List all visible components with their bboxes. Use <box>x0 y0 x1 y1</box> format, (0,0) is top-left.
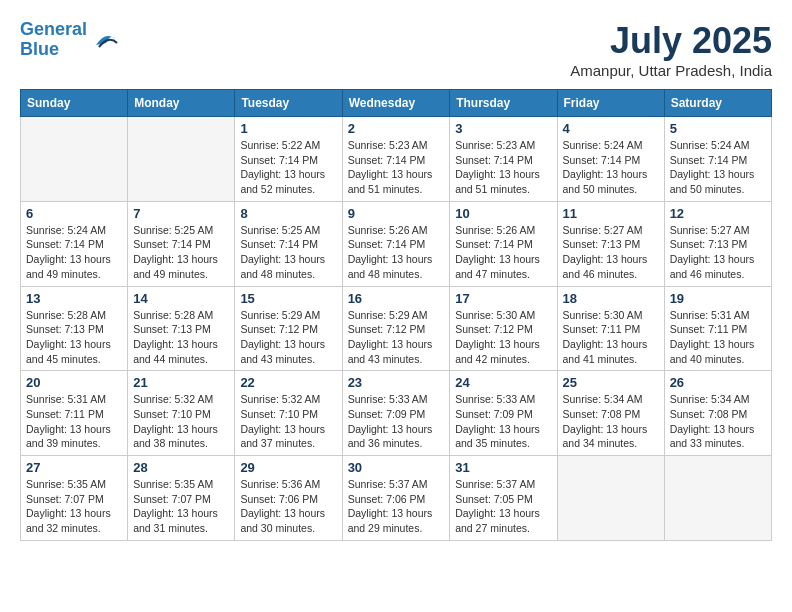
table-row: 7Sunrise: 5:25 AM Sunset: 7:14 PM Daylig… <box>128 201 235 286</box>
day-info: Sunrise: 5:37 AM Sunset: 7:06 PM Dayligh… <box>348 477 445 536</box>
page-header: General Blue July 2025 Amanpur, Uttar Pr… <box>20 20 772 79</box>
day-info: Sunrise: 5:24 AM Sunset: 7:14 PM Dayligh… <box>26 223 122 282</box>
table-row: 18Sunrise: 5:30 AM Sunset: 7:11 PM Dayli… <box>557 286 664 371</box>
table-row: 31Sunrise: 5:37 AM Sunset: 7:05 PM Dayli… <box>450 456 557 541</box>
day-number: 7 <box>133 206 229 221</box>
table-row: 22Sunrise: 5:32 AM Sunset: 7:10 PM Dayli… <box>235 371 342 456</box>
table-row: 4Sunrise: 5:24 AM Sunset: 7:14 PM Daylig… <box>557 117 664 202</box>
calendar-week-row: 1Sunrise: 5:22 AM Sunset: 7:14 PM Daylig… <box>21 117 772 202</box>
table-row: 28Sunrise: 5:35 AM Sunset: 7:07 PM Dayli… <box>128 456 235 541</box>
day-info: Sunrise: 5:26 AM Sunset: 7:14 PM Dayligh… <box>348 223 445 282</box>
day-number: 8 <box>240 206 336 221</box>
day-info: Sunrise: 5:24 AM Sunset: 7:14 PM Dayligh… <box>670 138 766 197</box>
table-row: 29Sunrise: 5:36 AM Sunset: 7:06 PM Dayli… <box>235 456 342 541</box>
header-sunday: Sunday <box>21 90 128 117</box>
header-thursday: Thursday <box>450 90 557 117</box>
table-row: 25Sunrise: 5:34 AM Sunset: 7:08 PM Dayli… <box>557 371 664 456</box>
header-tuesday: Tuesday <box>235 90 342 117</box>
day-info: Sunrise: 5:33 AM Sunset: 7:09 PM Dayligh… <box>348 392 445 451</box>
day-number: 13 <box>26 291 122 306</box>
day-number: 5 <box>670 121 766 136</box>
day-info: Sunrise: 5:23 AM Sunset: 7:14 PM Dayligh… <box>348 138 445 197</box>
calendar-week-row: 27Sunrise: 5:35 AM Sunset: 7:07 PM Dayli… <box>21 456 772 541</box>
day-info: Sunrise: 5:30 AM Sunset: 7:12 PM Dayligh… <box>455 308 551 367</box>
day-number: 16 <box>348 291 445 306</box>
day-number: 15 <box>240 291 336 306</box>
location-subtitle: Amanpur, Uttar Pradesh, India <box>570 62 772 79</box>
day-number: 30 <box>348 460 445 475</box>
day-number: 10 <box>455 206 551 221</box>
day-info: Sunrise: 5:31 AM Sunset: 7:11 PM Dayligh… <box>26 392 122 451</box>
table-row: 11Sunrise: 5:27 AM Sunset: 7:13 PM Dayli… <box>557 201 664 286</box>
title-block: July 2025 Amanpur, Uttar Pradesh, India <box>570 20 772 79</box>
day-number: 4 <box>563 121 659 136</box>
day-info: Sunrise: 5:28 AM Sunset: 7:13 PM Dayligh… <box>26 308 122 367</box>
table-row: 21Sunrise: 5:32 AM Sunset: 7:10 PM Dayli… <box>128 371 235 456</box>
day-info: Sunrise: 5:32 AM Sunset: 7:10 PM Dayligh… <box>240 392 336 451</box>
table-row: 16Sunrise: 5:29 AM Sunset: 7:12 PM Dayli… <box>342 286 450 371</box>
table-row: 20Sunrise: 5:31 AM Sunset: 7:11 PM Dayli… <box>21 371 128 456</box>
table-row: 27Sunrise: 5:35 AM Sunset: 7:07 PM Dayli… <box>21 456 128 541</box>
logo: General Blue <box>20 20 121 60</box>
day-info: Sunrise: 5:25 AM Sunset: 7:14 PM Dayligh… <box>240 223 336 282</box>
table-row: 19Sunrise: 5:31 AM Sunset: 7:11 PM Dayli… <box>664 286 771 371</box>
day-number: 12 <box>670 206 766 221</box>
table-row <box>664 456 771 541</box>
day-info: Sunrise: 5:28 AM Sunset: 7:13 PM Dayligh… <box>133 308 229 367</box>
table-row: 8Sunrise: 5:25 AM Sunset: 7:14 PM Daylig… <box>235 201 342 286</box>
month-title: July 2025 <box>570 20 772 62</box>
day-number: 31 <box>455 460 551 475</box>
header-saturday: Saturday <box>664 90 771 117</box>
day-info: Sunrise: 5:35 AM Sunset: 7:07 PM Dayligh… <box>26 477 122 536</box>
day-info: Sunrise: 5:26 AM Sunset: 7:14 PM Dayligh… <box>455 223 551 282</box>
calendar-week-row: 13Sunrise: 5:28 AM Sunset: 7:13 PM Dayli… <box>21 286 772 371</box>
table-row <box>21 117 128 202</box>
day-info: Sunrise: 5:27 AM Sunset: 7:13 PM Dayligh… <box>670 223 766 282</box>
day-number: 21 <box>133 375 229 390</box>
day-number: 23 <box>348 375 445 390</box>
day-number: 26 <box>670 375 766 390</box>
table-row: 26Sunrise: 5:34 AM Sunset: 7:08 PM Dayli… <box>664 371 771 456</box>
day-number: 27 <box>26 460 122 475</box>
day-number: 9 <box>348 206 445 221</box>
table-row: 14Sunrise: 5:28 AM Sunset: 7:13 PM Dayli… <box>128 286 235 371</box>
day-number: 3 <box>455 121 551 136</box>
header-monday: Monday <box>128 90 235 117</box>
day-info: Sunrise: 5:29 AM Sunset: 7:12 PM Dayligh… <box>348 308 445 367</box>
calendar-header-row: Sunday Monday Tuesday Wednesday Thursday… <box>21 90 772 117</box>
day-number: 29 <box>240 460 336 475</box>
calendar-table: Sunday Monday Tuesday Wednesday Thursday… <box>20 89 772 541</box>
day-number: 20 <box>26 375 122 390</box>
table-row: 13Sunrise: 5:28 AM Sunset: 7:13 PM Dayli… <box>21 286 128 371</box>
day-number: 2 <box>348 121 445 136</box>
logo-general: General <box>20 19 87 39</box>
day-info: Sunrise: 5:25 AM Sunset: 7:14 PM Dayligh… <box>133 223 229 282</box>
day-info: Sunrise: 5:35 AM Sunset: 7:07 PM Dayligh… <box>133 477 229 536</box>
day-number: 18 <box>563 291 659 306</box>
table-row: 1Sunrise: 5:22 AM Sunset: 7:14 PM Daylig… <box>235 117 342 202</box>
table-row <box>128 117 235 202</box>
table-row: 6Sunrise: 5:24 AM Sunset: 7:14 PM Daylig… <box>21 201 128 286</box>
logo-icon <box>91 25 121 55</box>
day-info: Sunrise: 5:37 AM Sunset: 7:05 PM Dayligh… <box>455 477 551 536</box>
day-number: 14 <box>133 291 229 306</box>
day-info: Sunrise: 5:31 AM Sunset: 7:11 PM Dayligh… <box>670 308 766 367</box>
day-number: 17 <box>455 291 551 306</box>
day-info: Sunrise: 5:30 AM Sunset: 7:11 PM Dayligh… <box>563 308 659 367</box>
table-row: 2Sunrise: 5:23 AM Sunset: 7:14 PM Daylig… <box>342 117 450 202</box>
day-info: Sunrise: 5:33 AM Sunset: 7:09 PM Dayligh… <box>455 392 551 451</box>
table-row: 3Sunrise: 5:23 AM Sunset: 7:14 PM Daylig… <box>450 117 557 202</box>
table-row: 10Sunrise: 5:26 AM Sunset: 7:14 PM Dayli… <box>450 201 557 286</box>
table-row: 24Sunrise: 5:33 AM Sunset: 7:09 PM Dayli… <box>450 371 557 456</box>
day-info: Sunrise: 5:24 AM Sunset: 7:14 PM Dayligh… <box>563 138 659 197</box>
day-number: 1 <box>240 121 336 136</box>
day-number: 22 <box>240 375 336 390</box>
day-number: 19 <box>670 291 766 306</box>
table-row: 23Sunrise: 5:33 AM Sunset: 7:09 PM Dayli… <box>342 371 450 456</box>
day-info: Sunrise: 5:27 AM Sunset: 7:13 PM Dayligh… <box>563 223 659 282</box>
day-info: Sunrise: 5:29 AM Sunset: 7:12 PM Dayligh… <box>240 308 336 367</box>
table-row: 30Sunrise: 5:37 AM Sunset: 7:06 PM Dayli… <box>342 456 450 541</box>
table-row: 9Sunrise: 5:26 AM Sunset: 7:14 PM Daylig… <box>342 201 450 286</box>
table-row: 15Sunrise: 5:29 AM Sunset: 7:12 PM Dayli… <box>235 286 342 371</box>
day-info: Sunrise: 5:34 AM Sunset: 7:08 PM Dayligh… <box>563 392 659 451</box>
